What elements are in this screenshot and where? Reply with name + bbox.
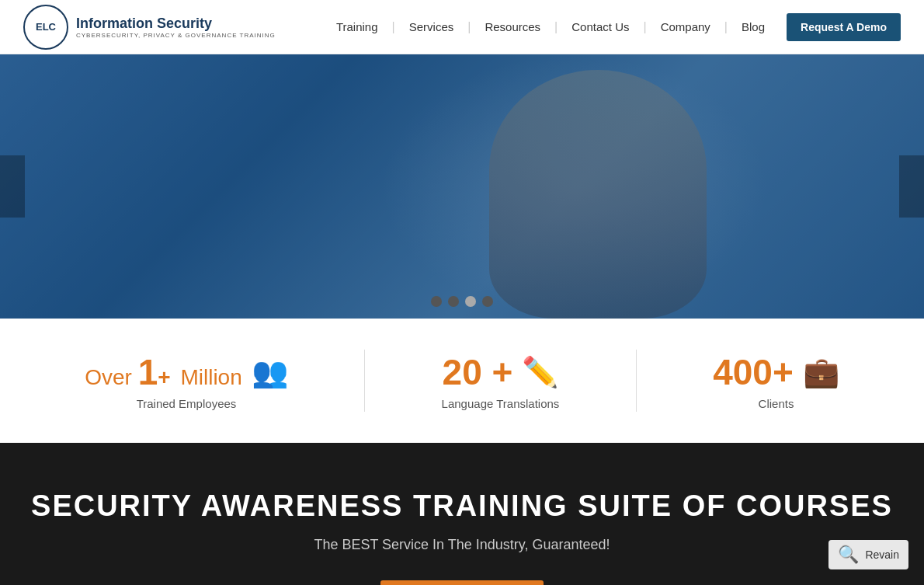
logo-area: ELC Information Security Cybersecurity, …: [23, 5, 276, 50]
revain-icon: 🔍: [838, 545, 859, 565]
nav-sep-5: |: [724, 20, 728, 34]
dark-promo-section: SECURITY AWARENESS TRAINING SUITE OF COU…: [0, 443, 924, 585]
slider-next-button[interactable]: [899, 155, 924, 218]
logo-text-block: Information Security Cybersecurity, Priv…: [76, 16, 276, 39]
dark-section-heading: SECURITY AWARENESS TRAINING SUITE OF COU…: [31, 489, 893, 523]
nav-item-contact-us[interactable]: Contact Us: [564, 16, 637, 37]
main-nav: Training | Services | Resources | Contac…: [328, 13, 901, 41]
stat-clients-number: 400+: [713, 351, 794, 393]
header: ELC Information Security Cybersecurity, …: [0, 0, 924, 54]
stat-divider-1: [364, 350, 365, 412]
logo-subtitle: Cybersecurity, Privacy & Governance Trai…: [76, 32, 276, 39]
stat-translations-number: 20 +: [443, 351, 513, 393]
logo-circle: ELC: [23, 5, 68, 50]
stat-trained-employees: Over 1+ Million 👥 Trained Employees: [85, 351, 288, 410]
dark-section-subheading: The BEST Service In The Industry, Guaran…: [31, 537, 893, 553]
logo-letters: ELC: [36, 21, 56, 33]
people-icon: 👥: [252, 355, 288, 389]
stat-trained-label: Trained Employees: [137, 397, 237, 410]
revain-label: Revain: [865, 548, 899, 561]
nav-item-company[interactable]: Company: [653, 16, 718, 37]
stat-translations-label: Language Translations: [442, 397, 560, 410]
stats-section: Over 1+ Million 👥 Trained Employees 20 +…: [0, 319, 924, 443]
hero-overlay: [0, 54, 924, 319]
nav-sep-4: |: [643, 20, 646, 34]
nav-item-blog[interactable]: Blog: [734, 16, 773, 37]
slider-dots: [431, 296, 493, 307]
nav-sep-2: |: [467, 20, 471, 34]
pencil-icon: ✏️: [522, 355, 558, 389]
stat-clients-label: Clients: [759, 397, 794, 410]
nav-item-resources[interactable]: Resources: [477, 16, 548, 37]
stat-divider-2: [636, 350, 637, 412]
slider-dot-1[interactable]: [431, 296, 442, 307]
stat-trained-number: Over 1+ Million: [85, 351, 242, 393]
revain-badge: 🔍 Revain: [828, 540, 908, 569]
slider-dot-4[interactable]: [482, 296, 493, 307]
stat-trained-plus: +: [158, 365, 170, 389]
hero-slider: [0, 54, 924, 319]
nav-item-services[interactable]: Services: [401, 16, 462, 37]
briefcase-icon: 💼: [803, 355, 839, 389]
nav-sep-1: |: [392, 20, 395, 34]
get-free-demo-button[interactable]: ✔ Get A Free Demo: [380, 580, 544, 585]
slider-dot-3[interactable]: [465, 296, 476, 307]
stat-trained-top: Over 1+ Million 👥: [85, 351, 288, 393]
stat-translations: 20 + ✏️ Language Translations: [442, 351, 560, 410]
stat-clients-top: 400+ 💼: [713, 351, 839, 393]
stat-trained-million: Million: [180, 365, 241, 389]
stat-trained-prefix: Over: [85, 365, 137, 389]
stat-translations-top: 20 + ✏️: [443, 351, 559, 393]
logo-title: Information Security: [76, 16, 276, 32]
request-demo-button[interactable]: Request A Demo: [787, 13, 901, 41]
slider-dot-2[interactable]: [448, 296, 459, 307]
nav-item-training[interactable]: Training: [328, 16, 386, 37]
nav-sep-3: |: [554, 20, 558, 34]
stat-clients: 400+ 💼 Clients: [713, 351, 839, 410]
slider-prev-button[interactable]: [0, 155, 25, 218]
